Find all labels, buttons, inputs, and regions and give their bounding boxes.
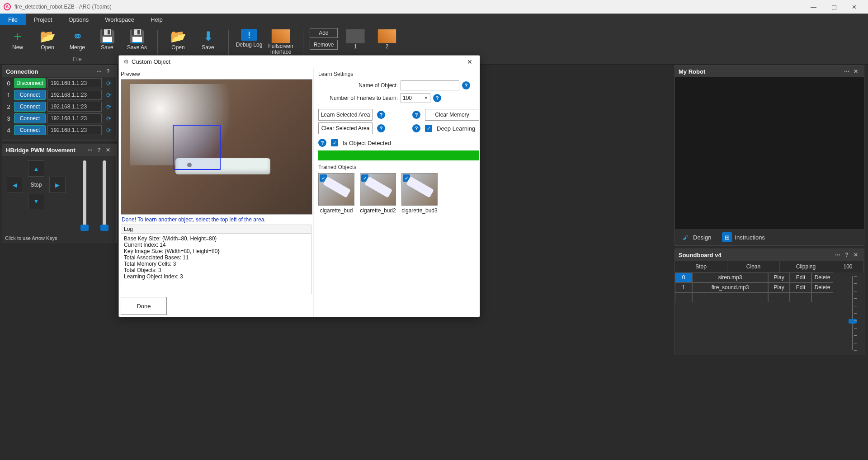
log-textarea[interactable]: Base Key Size: {Width=80, Height=80} Cur… [121, 234, 311, 294]
menu-options[interactable]: Options [60, 14, 97, 25]
help-icon[interactable]: ? [462, 81, 470, 89]
frames-combo[interactable]: 100▼ [401, 93, 430, 103]
menu-file[interactable]: File [0, 14, 26, 25]
trained-thumbnail: ✓ [318, 173, 354, 206]
trained-thumbnail: ✓ [401, 173, 438, 206]
ip-input[interactable]: 192.168.1.1:23 [47, 78, 102, 88]
tab-design[interactable]: 🖌Design [675, 229, 717, 245]
sb-volume-slider[interactable] [846, 276, 859, 350]
save-button[interactable]: 💾Save [93, 28, 121, 52]
down-arrow-button[interactable]: ▼ [28, 193, 44, 209]
panel-close-icon[interactable]: ✕ [104, 147, 113, 153]
refresh-icon[interactable]: ⟳ [104, 125, 113, 135]
clear-selected-button[interactable]: Clear Selected Area [318, 122, 373, 134]
connection-row: 2 Connect 192.168.1.1:23 ⟳ [2, 101, 116, 113]
my-robot-header: My Robot ⋯ ✕ [675, 66, 864, 77]
ip-input[interactable]: 192.168.1.1:23 [47, 102, 102, 112]
fullscreen-thumb-icon [271, 29, 290, 43]
help-icon[interactable]: ? [318, 139, 326, 147]
deep-learning-checkbox[interactable]: ✓ [425, 125, 432, 132]
stop-button[interactable]: Stop [25, 178, 47, 192]
clear-memory-button[interactable]: Clear Memory [425, 109, 479, 121]
panel-menu-icon[interactable]: ⋯ [94, 68, 104, 75]
maximize-button[interactable]: ▢ [824, 0, 844, 14]
open-button[interactable]: 📂Open [33, 28, 61, 52]
help-icon[interactable]: ? [412, 111, 420, 119]
help-icon[interactable]: ? [433, 94, 441, 102]
hbridge-title: HBridge PWM Movement [6, 147, 75, 154]
connect-button[interactable]: Connect [14, 90, 46, 100]
trained-object-label: cigarette_bud [320, 207, 353, 214]
minimize-button[interactable]: — [803, 0, 824, 14]
sb-play-button[interactable]: Play [768, 272, 790, 282]
hbridge-header: HBridge PWM Movement ⋯ ? ✕ [2, 144, 116, 156]
close-button[interactable]: ✕ [844, 0, 864, 14]
ip-input[interactable]: 192.168.1.1:23 [47, 113, 102, 123]
puzzle-icon: ⊞ [722, 232, 732, 242]
sb-clean-button[interactable]: Clean [727, 261, 780, 272]
left-speed-slider[interactable] [83, 160, 86, 229]
panel-menu-icon[interactable]: ⋯ [833, 252, 842, 258]
help-icon[interactable]: ? [377, 111, 385, 119]
menu-project[interactable]: Project [26, 14, 60, 25]
panel-menu-icon[interactable]: ⋯ [85, 147, 94, 153]
selection-rectangle[interactable] [173, 125, 221, 170]
help-icon[interactable]: ? [412, 124, 420, 132]
up-arrow-button[interactable]: ▲ [28, 160, 44, 177]
right-arrow-button[interactable]: ▶ [49, 177, 66, 193]
learn-selected-button[interactable]: Learn Selected Area [318, 109, 373, 121]
trained-object-item[interactable]: ✓cigarette_bud3 [401, 173, 438, 214]
my-robot-canvas[interactable] [675, 77, 864, 245]
connect-button[interactable]: Connect [14, 113, 46, 123]
soundboard-row-empty[interactable] [675, 292, 834, 302]
panel-close-icon[interactable]: ✕ [851, 252, 860, 258]
dialog-titlebar[interactable]: ⚙ Custom Object ✕ [119, 56, 480, 68]
tab-instructions[interactable]: ⊞Instructions [717, 229, 770, 245]
new-button[interactable]: ＋New [4, 28, 32, 52]
remove-button[interactable]: Remove [310, 40, 338, 50]
refresh-icon[interactable]: ⟳ [104, 113, 113, 123]
help-icon[interactable]: ? [94, 147, 104, 153]
deep-learning-label: Deep Learning [437, 125, 475, 132]
trained-object-label: cigarette_bud3 [401, 207, 437, 214]
menu-help[interactable]: Help [142, 14, 171, 25]
sb-play-button[interactable]: Play [768, 282, 790, 292]
add-button[interactable]: Add [310, 28, 338, 38]
sb-stop-button[interactable]: Stop [675, 261, 727, 272]
refresh-icon[interactable]: ⟳ [104, 102, 113, 112]
refresh-icon[interactable]: ⟳ [104, 90, 113, 100]
left-arrow-button[interactable]: ◀ [7, 177, 23, 193]
help-icon[interactable]: ? [377, 124, 385, 132]
connection-row: 4 Connect 192.168.1.1:23 ⟳ [2, 124, 116, 136]
object-detected-checkbox[interactable]: ✓ [331, 139, 338, 146]
right-speed-slider[interactable] [103, 160, 106, 229]
sb-edit-button[interactable]: Edit [790, 272, 811, 282]
connect-button[interactable]: Connect [14, 125, 46, 135]
disconnect-button[interactable]: Disconnect [14, 78, 46, 88]
soundboard-row[interactable]: 0 siren.mp3 Play Edit Delete [675, 272, 834, 282]
gear-icon: ⚙ [123, 58, 129, 65]
sb-delete-button[interactable]: Delete [811, 272, 833, 282]
help-icon[interactable]: ? [842, 252, 851, 258]
preview-image[interactable] [121, 79, 312, 215]
panel-close-icon[interactable]: ✕ [851, 68, 860, 75]
soundboard-row[interactable]: 1 fire_sound.mp3 Play Edit Delete [675, 282, 834, 292]
merge-button[interactable]: ⚭Merge [63, 28, 91, 52]
window-title: fire_detection_robot.EZB - ARC (Teams) [14, 4, 803, 10]
trained-object-item[interactable]: ✓cigarette_bud [318, 173, 354, 214]
conn-index: 0 [5, 80, 12, 87]
sb-edit-button[interactable]: Edit [790, 282, 811, 292]
panel-menu-icon[interactable]: ⋯ [842, 68, 851, 75]
ip-input[interactable]: 192.168.1.1:23 [47, 125, 102, 135]
trained-object-item[interactable]: ✓cigarette_bud2 [360, 173, 396, 214]
done-button[interactable]: Done [121, 297, 167, 315]
saveas-button[interactable]: 💾Save As [123, 28, 151, 52]
menu-workspace[interactable]: Workspace [97, 14, 142, 25]
dialog-close-button[interactable]: ✕ [464, 56, 475, 67]
connect-button[interactable]: Connect [14, 102, 46, 112]
sb-delete-button[interactable]: Delete [811, 282, 833, 292]
object-name-input[interactable] [401, 80, 459, 90]
help-icon[interactable]: ? [104, 68, 113, 75]
refresh-icon[interactable]: ⟳ [104, 78, 113, 88]
ip-input[interactable]: 192.168.1.1:23 [47, 90, 102, 100]
